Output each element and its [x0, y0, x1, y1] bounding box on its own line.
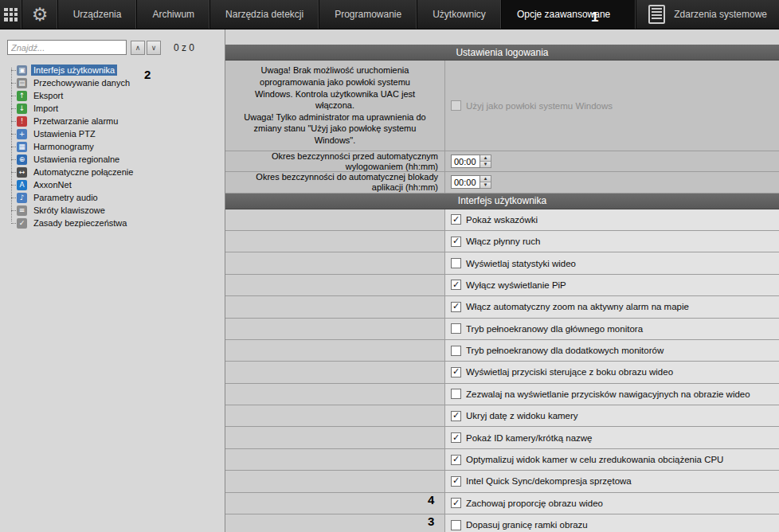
checkbox-box[interactable]: [451, 258, 461, 268]
checkbox-box[interactable]: [451, 367, 461, 377]
sidebar-item-axxonnet[interactable]: AAxxonNet: [0, 178, 225, 191]
sidebar-item-zasady-bezpieczeństwa[interactable]: ✓Zasady bezpieczeństwa: [0, 217, 225, 229]
checkbox-tryb-pełnoekranowy-dla-dodatkowych-monitorów[interactable]: Tryb pełnoekranowy dla dodatkowych monit…: [451, 346, 664, 356]
checkbox-box[interactable]: [451, 100, 461, 111]
tab-archiwum[interactable]: Archiwum: [137, 0, 210, 29]
checkbox-włącz-automatyczny-zoom-na-aktywny-alarm-na-mapie[interactable]: Włącz automatyczny zoom na aktywny alarm…: [451, 302, 689, 312]
search-next-button[interactable]: ∨: [147, 41, 161, 55]
spinner-down-button[interactable]: ▾: [480, 182, 491, 188]
schedules-icon: ▦: [17, 142, 27, 152]
export-icon: ↑: [17, 91, 27, 101]
sidebar-item-ustawienia-ptz[interactable]: +Ustawienia PTZ: [0, 127, 225, 140]
sidebar-item-przetwarzanie-alarmu[interactable]: !Przetwarzanie alarmu: [0, 115, 225, 127]
checkbox-row: Optymalizuj widok kamer w celu zredukowa…: [225, 449, 779, 471]
search-input[interactable]: [7, 40, 127, 55]
callout-1: 1: [591, 10, 598, 25]
checkbox-box[interactable]: [451, 411, 461, 421]
sidebar-item-label: Ustawienia PTZ: [31, 128, 98, 139]
checkbox-row-value-cell: Tryb pełnoekranowy dla dodatkowych monit…: [444, 340, 779, 361]
checkbox-box[interactable]: [451, 302, 461, 312]
checkbox-box[interactable]: [451, 432, 461, 443]
spinner-setting-row: Okres bezczynności przed automatycznym w…: [225, 151, 779, 172]
checkbox-row-value-cell: Wyświetlaj statystyki wideo: [444, 252, 779, 273]
checkbox-pokaż-wskazówki[interactable]: Pokaż wskazówki: [451, 214, 538, 225]
checkbox-intel-quick-sync-dekompresja-sprzętowa[interactable]: Intel Quick Sync/dekompresja sprzętowa: [451, 476, 632, 487]
checkbox-zezwalaj-na-wyświetlanie-przycisków-nawigacyjnych-na-obrazie-wideo[interactable]: Zezwalaj na wyświetlanie przycisków nawi…: [451, 389, 750, 399]
sidebar-item-label: Harmonogramy: [31, 141, 96, 152]
search-prev-button[interactable]: ∧: [131, 41, 145, 55]
sidebar-item-automatyczne-połączenie[interactable]: ↔Automatyczne połączenie: [0, 166, 225, 178]
checkbox-zachowaj-proporcję-obrazu-wideo[interactable]: Zachowaj proporcję obrazu wideo: [451, 498, 603, 508]
audio-parameters-icon: ♪: [17, 193, 27, 203]
callout-2: 2: [144, 68, 151, 81]
checkbox-row-value-cell: Włącz automatyczny zoom na aktywny alarm…: [444, 296, 779, 317]
sidebar-item-parametry-audio[interactable]: ♪Parametry audio: [0, 191, 225, 204]
sidebar-item-label: Parametry audio: [31, 192, 100, 203]
checkbox-row: Ukryj datę z widoku kamery: [225, 405, 779, 427]
tab-narzędzia-detekcji[interactable]: Narzędzia detekcji: [210, 0, 319, 29]
checkbox-row-left-cell: [225, 493, 444, 514]
checkbox-box[interactable]: [451, 280, 461, 290]
checkbox-tryb-pełnoekranowy-dla-głównego-monitora[interactable]: Tryb pełnoekranowy dla głównego monitora: [451, 323, 643, 334]
sidebar-item-harmonogramy[interactable]: ▦Harmonogramy: [0, 140, 225, 153]
checkbox-label: Wyłącz wyświetlanie PiP: [466, 280, 566, 290]
tab-programowanie[interactable]: Programowanie: [319, 0, 417, 29]
sidebar-item-ustawienia-regionalne[interactable]: ⊕Ustawienia regionalne: [0, 153, 225, 166]
settings-gear-button[interactable]: ⚙: [22, 0, 57, 29]
checkbox-wyświetlaj-przyciski-sterujące-z-boku-obrazu-wideo[interactable]: Wyświetlaj przyciski sterujące z boku ob…: [451, 367, 673, 377]
checkbox-wyświetlaj-statystyki-wideo[interactable]: Wyświetlaj statystyki wideo: [451, 258, 576, 268]
checkbox-box[interactable]: [451, 323, 461, 334]
spinner-down-button[interactable]: ▾: [480, 162, 491, 167]
sidebar-item-eksport[interactable]: ↑Eksport: [0, 89, 225, 102]
apps-grid-button[interactable]: [0, 0, 22, 29]
checkbox-optymalizuj-widok-kamer-w-celu-zredukowania-obciążenia-cpu[interactable]: Optymalizuj widok kamer w celu zredukowa…: [451, 455, 723, 465]
tab-zdarzenia-systemowe[interactable]: Zdarzenia systemowe: [636, 0, 779, 29]
time-spinner-value[interactable]: 00:00: [451, 155, 480, 168]
checkbox-row-value-cell: Pokaż ID kamery/krótką nazwę: [444, 427, 779, 448]
checkbox-box[interactable]: [451, 346, 461, 356]
tab-opcje-zaawansowane[interactable]: Opcje zaawansowane: [502, 0, 636, 29]
sidebar-item-import[interactable]: ↓Import: [0, 102, 225, 115]
checkbox-box[interactable]: [451, 455, 461, 465]
checkbox-pokaż-id-kamery-krótką-nazwę[interactable]: Pokaż ID kamery/krótką nazwę: [451, 432, 593, 443]
shell-warning-text: Uwaga! Brak możliwość uruchomienia oprog…: [225, 61, 444, 151]
auto-connection-icon: ↔: [17, 167, 27, 178]
checkbox-box[interactable]: [451, 520, 461, 530]
checkbox-box[interactable]: [451, 389, 461, 399]
checkbox-label: Dopasuj granicę ramki obrazu: [466, 520, 588, 530]
checkbox-label: Tryb pełnoekranowy dla dodatkowych monit…: [466, 346, 664, 355]
checkbox-label: Wyświetlaj przyciski sterujące z boku ob…: [466, 367, 673, 377]
checkbox-row-left-cell: [225, 209, 444, 230]
sidebar-item-label: Zasady bezpieczeństwa: [31, 217, 129, 229]
top-menu-bar: ⚙ UrządzeniaArchiwumNarzędzia detekcjiPr…: [0, 0, 779, 29]
checkbox-shell-windows[interactable]: Użyj jako powłoki systemu Windows: [451, 100, 613, 111]
checkbox-row: Tryb pełnoekranowy dla dodatkowych monit…: [225, 340, 779, 362]
time-spinner-value[interactable]: 00:00: [451, 175, 480, 189]
checkbox-row: Zachowaj proporcję obrazu wideo: [225, 493, 779, 514]
checkbox-ukryj-datę-z-widoku-kamery[interactable]: Ukryj datę z widoku kamery: [451, 411, 578, 421]
time-spinner[interactable]: 00:00▴▾: [451, 175, 491, 189]
search-counter: 0 z 0: [174, 42, 194, 53]
sidebar-item-label: Interfejs użytkownika: [31, 65, 117, 76]
checkbox-row-left-cell: [225, 384, 444, 405]
sidebar-item-interfejs-użytkownika[interactable]: ▣Interfejs użytkownika: [0, 64, 225, 76]
time-spinner[interactable]: 00:00▴▾: [451, 155, 491, 168]
tab-urządzenia[interactable]: Urządzenia: [58, 0, 138, 29]
checkbox-row-value-cell: Pokaż wskazówki: [444, 209, 779, 230]
checkbox-włącz-płynny-ruch[interactable]: Włącz płynny ruch: [451, 237, 540, 247]
setting-label: Okres bezczynności do automatycznej blok…: [225, 172, 444, 192]
checkbox-box[interactable]: [451, 498, 461, 508]
shell-setting-value-cell: Użyj jako powłoki systemu Windows: [444, 61, 779, 151]
tab-użytkownicy[interactable]: Użytkownicy: [417, 0, 502, 29]
sidebar-item-skróty-klawiszowe[interactable]: ≡Skróty klawiszowe: [0, 204, 225, 217]
checkbox-wyłącz-wyświetlanie-pip[interactable]: Wyłącz wyświetlanie PiP: [451, 280, 566, 290]
checkbox-box[interactable]: [451, 476, 461, 487]
sidebar-item-przechowywanie-danych[interactable]: ▤Przechowywanie danych: [0, 76, 225, 89]
checkbox-box[interactable]: [451, 237, 461, 247]
checkbox-label: Ukryj datę z widoku kamery: [466, 411, 578, 421]
checkbox-dopasuj-granicę-ramki-obrazu[interactable]: Dopasuj granicę ramki obrazu: [451, 520, 588, 530]
callout-3: 3: [428, 514, 434, 528]
sidebar-item-label: Ustawienia regionalne: [31, 154, 122, 165]
checkbox-row-left-cell: [225, 427, 444, 448]
checkbox-box[interactable]: [451, 214, 461, 225]
